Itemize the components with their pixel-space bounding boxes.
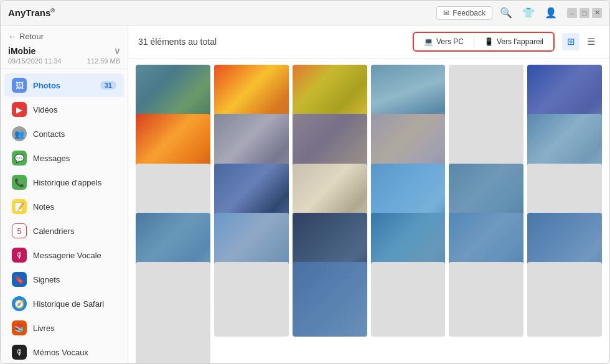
sidebar-item-safari[interactable]: 🧭 Historique de Safari [4,292,124,315]
photo-cell[interactable] [371,262,446,337]
memos-icon: 🎙 [12,345,27,360]
search-button[interactable]: 🔍 [497,4,515,22]
calendars-icon: 5 [12,223,27,238]
sidebar-items: 🖼 Photos 31 ▶ Vidéos 👥 Contacts 💬 Messag… [1,69,128,363]
books-icon: 📚 [12,320,27,335]
sidebar-item-voicemail[interactable]: 🎙 Messagerie Vocale [4,243,124,267]
shirt-icon-button[interactable]: 👕 [520,4,537,22]
device-info: 09/15/2020 11:34 112.59 MB [8,57,120,65]
device-chevron-icon[interactable]: ∨ [114,46,120,56]
profile-icon-button[interactable]: 👤 [542,4,560,22]
content-header: 31 éléments au total 💻 Vers PC 📱 Vers l'… [128,26,609,58]
maximize-button[interactable]: □ [580,8,589,18]
sidebar-item-label-photos: Photos [33,81,94,90]
sidebar-item-notes[interactable]: 📝 Notes [4,195,124,218]
content-title: 31 éléments au total [138,37,405,47]
photo-cell[interactable] [214,262,289,337]
device-name-text: iMobie [8,46,35,56]
content-area: 31 éléments au total 💻 Vers PC 📱 Vers l'… [128,26,609,363]
sidebar-item-label-calendars: Calendriers [33,226,116,236]
sidebar-item-label-videos: Vidéos [33,105,116,114]
sidebar-item-label-contacts: Contacts [33,129,116,139]
sidebar-item-bookmarks[interactable]: 🔖 Signets [4,268,124,291]
device-date: 09/15/2020 11:34 [8,57,62,65]
app-logo: AnyTrans® [8,7,436,18]
close-button[interactable]: ✕ [592,8,602,18]
photo-cell[interactable] [527,262,602,337]
sidebar-item-label-calls: Historique d'appels [33,178,116,187]
photo-cell[interactable] [136,312,210,363]
view-buttons: ⊞ ☰ [562,33,599,50]
device-name: iMobie ∨ [8,46,120,56]
sidebar-item-memos[interactable]: 🎙 Mémos Vocaux [4,340,124,363]
grid-view-button[interactable]: ⊞ [562,33,580,50]
back-label: Retour [19,32,44,41]
sidebar-item-label-memos: Mémos Vocaux [33,348,116,357]
vers-pc-label: Vers PC [436,37,464,46]
safari-icon: 🧭 [12,296,27,311]
vers-pc-button[interactable]: 💻 Vers PC [418,35,470,49]
sidebar-item-label-voicemail: Messagerie Vocale [33,251,116,260]
feedback-button[interactable]: ✉ Feedback [436,6,492,20]
minimize-button[interactable]: – [567,8,577,18]
contacts-icon: 👥 [12,126,27,141]
sidebar: ← Retour iMobie ∨ 09/15/2020 11:34 112.5… [1,26,128,363]
sidebar-item-messages[interactable]: 💬 Messages [4,146,124,170]
vers-appareil-label: Vers l'appareil [497,37,543,46]
vers-pc-icon: 💻 [424,37,433,46]
sidebar-item-videos[interactable]: ▶ Vidéos [4,98,124,121]
app-name: AnyTrans [8,7,50,18]
app-trademark: ® [50,7,55,14]
videos-icon: ▶ [12,102,27,117]
sidebar-item-label-books: Livres [33,324,116,333]
calls-icon: 📞 [12,175,27,190]
sidebar-item-count-photos: 31 [100,81,116,90]
sidebar-item-label-bookmarks: Signets [33,275,116,284]
vers-appareil-button[interactable]: 📱 Vers l'appareil [478,35,550,49]
device-size: 112.59 MB [87,57,120,65]
list-view-button[interactable]: ☰ [582,33,599,50]
title-bar: AnyTrans® ✉ Feedback 🔍 👕 👤 – □ ✕ [1,1,609,26]
transfer-buttons-group: 💻 Vers PC 📱 Vers l'appareil [413,32,555,52]
sidebar-item-label-messages: Messages [33,154,116,163]
transfer-btn-divider [474,36,474,47]
photo-cell[interactable] [293,262,367,337]
title-bar-actions: ✉ Feedback 🔍 👕 👤 – □ ✕ [436,4,602,22]
app-window: AnyTrans® ✉ Feedback 🔍 👕 👤 – □ ✕ ← Retou [0,0,610,364]
window-controls: – □ ✕ [567,8,602,18]
main-layout: ← Retour iMobie ∨ 09/15/2020 11:34 112.5… [1,26,609,363]
vers-appareil-icon: 📱 [484,37,494,46]
sidebar-item-label-safari: Historique de Safari [33,299,116,309]
notes-icon: 📝 [12,199,27,214]
photos-icon: 🖼 [12,78,27,93]
photo-cell[interactable] [449,262,523,337]
sidebar-item-photos[interactable]: 🖼 Photos 31 [4,73,124,97]
sidebar-item-label-notes: Notes [33,202,116,212]
sidebar-item-calendars[interactable]: 5 Calendriers [4,219,124,243]
bookmarks-icon: 🔖 [12,272,27,287]
back-arrow-icon: ← [8,32,16,41]
back-button[interactable]: ← Retour [8,32,120,41]
photo-grid [128,58,609,363]
feedback-envelope-icon: ✉ [443,9,449,17]
sidebar-item-calls[interactable]: 📞 Historique d'appels [4,170,124,194]
sidebar-item-books[interactable]: 📚 Livres [4,316,124,340]
sidebar-item-contacts[interactable]: 👥 Contacts [4,122,124,146]
feedback-label: Feedback [453,9,486,17]
messages-icon: 💬 [12,151,27,166]
sidebar-header: ← Retour iMobie ∨ 09/15/2020 11:34 112.5… [1,26,128,69]
voicemail-icon: 🎙 [12,248,27,263]
